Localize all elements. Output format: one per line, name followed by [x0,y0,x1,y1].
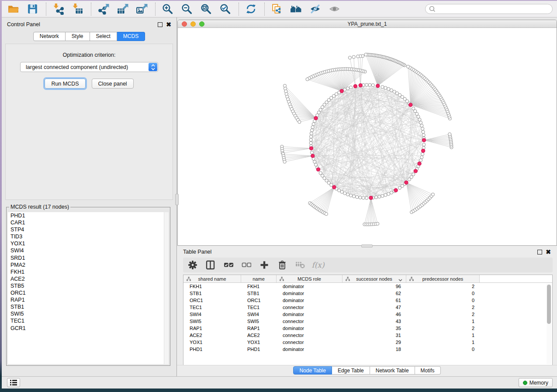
close-panel-button[interactable]: Close panel [92,79,134,89]
list-item[interactable]: PMA2 [8,261,169,268]
cell: connector [277,339,343,346]
close-table-panel-icon[interactable]: ✖ [546,250,551,254]
cell: FKH1 [241,283,277,290]
network-graph[interactable] [178,28,557,245]
delete-icon [277,260,287,270]
cell: STB1 [183,290,241,297]
tab-network[interactable]: Network [33,32,66,41]
import-network-icon [52,3,64,15]
table-row[interactable]: YOX1YOX1connector291 [183,339,552,346]
cell: 0 [406,346,480,353]
homes-button[interactable] [290,3,302,15]
table-row[interactable]: SWI5SWI5connector431 [183,318,552,325]
add-button[interactable] [259,260,270,270]
table-row[interactable]: STB1STB1dominator620 [183,290,552,297]
cell: YOX1 [241,339,277,346]
table-scrollbar-thumb[interactable] [547,285,551,324]
splitter-grip-horizontal[interactable] [361,244,373,248]
select-all-button[interactable] [223,260,234,270]
table-scrollbar[interactable] [547,284,551,364]
export-image-button[interactable] [136,3,148,15]
tab-style[interactable]: Style [66,32,90,41]
column-header-predecessor-nodes[interactable]: predecessor nodes [406,275,480,282]
table-row[interactable]: PHD1PHD1dominator180 [183,346,552,353]
list-item[interactable]: FKH1 [8,268,169,275]
toolbar-separator [91,3,91,16]
mcds-result-list[interactable]: PHD1CAR1STP4TID3YOX1SWI4SRD1PMA2FKH1ACE2… [8,212,169,364]
cell: 61 [343,297,406,304]
optimization-criterion-select[interactable]: largest connected component (undirected) [20,62,158,72]
tab-select[interactable]: Select [90,32,117,41]
list-item[interactable]: STP4 [8,226,169,233]
list-item[interactable]: PHD1 [8,212,169,219]
column-header-shared-name[interactable]: shared name [183,275,241,282]
memory-button[interactable]: Memory [519,378,553,387]
list-item[interactable]: CAR1 [8,219,169,226]
cell: connector [277,332,343,339]
table-toolbar: f(x) [183,258,553,272]
list-item[interactable]: TID3 [8,233,169,240]
tab-edge-table[interactable]: Edge Table [332,366,370,375]
export-table-button[interactable] [117,3,128,15]
list-item[interactable]: TEC1 [8,317,169,324]
tree-icon [409,277,414,281]
export-network-button[interactable] [97,3,109,15]
float-table-panel-icon[interactable] [537,250,542,254]
table-row[interactable]: RAP1RAP1dominator352 [183,325,552,332]
tab-motifs[interactable]: Motifs [415,366,441,375]
import-table-icon [72,3,83,15]
table-row[interactable]: ACE2ACE2connector311 [183,332,552,339]
import-network-button[interactable] [52,3,64,15]
splitter-grip-vertical[interactable] [175,194,179,205]
cell: 2 [406,283,480,290]
panel-selector-button[interactable] [7,378,20,387]
run-mcds-button[interactable]: Run MCDS [45,79,85,89]
copy-network-icon [271,3,283,15]
open-folder-button[interactable] [7,3,19,15]
network-window-titlebar[interactable]: YPA_prune.txt_1 [178,20,557,28]
cell: SWI4 [241,311,277,318]
result-list-scrollbar[interactable] [164,212,169,364]
table-row[interactable]: TEC1TEC1connector472 [183,304,552,311]
column-header-name[interactable]: name [241,275,277,282]
columns-icon [206,260,215,270]
list-item[interactable]: SWI4 [8,247,169,254]
list-item[interactable]: GCR1 [8,325,169,332]
search-input[interactable] [425,4,553,14]
float-panel-icon[interactable] [158,22,163,27]
list-item[interactable]: ACE2 [8,275,169,282]
list-item[interactable]: RAP1 [8,296,169,303]
network-canvas[interactable] [178,28,557,245]
tab-mcds[interactable]: MCDS [117,32,145,41]
deselect-all-button[interactable] [241,260,252,270]
table-row[interactable]: SWI4SWI4dominator462 [183,311,552,318]
cell: RAP1 [241,325,277,332]
tab-node-table[interactable]: Node Table [293,366,332,375]
column-header-MCDS-role[interactable]: MCDS role [277,275,343,282]
table-row[interactable]: ORC1ORC1dominator610 [183,297,552,304]
column-header-successor-nodes[interactable]: successor nodes [343,275,406,282]
copy-network-button[interactable] [271,3,283,15]
close-panel-icon[interactable]: ✖ [166,22,171,27]
refresh-button[interactable] [245,3,257,15]
table-row[interactable]: FKH1FKH1dominator962 [183,283,552,290]
save-button[interactable] [27,3,38,15]
zoom-in-button[interactable] [162,3,173,15]
table-panel: Table Panel ✖ f(x) shared name name MCDS… [177,246,557,376]
import-table-button[interactable] [72,3,83,15]
list-item[interactable]: SRD1 [8,254,169,261]
zoom-fit-button[interactable] [200,3,212,15]
delete-button[interactable] [277,260,287,270]
zoom-selected-button[interactable] [219,3,231,15]
list-item[interactable]: STB1 [8,303,169,310]
list-item[interactable]: YOX1 [8,240,169,247]
zoom-out-button[interactable] [181,3,193,15]
list-item[interactable]: STB5 [8,282,169,289]
columns-button[interactable] [205,260,216,270]
hide-details-button[interactable] [309,3,321,15]
settings-button[interactable] [187,260,198,270]
list-item[interactable]: SWI5 [8,310,169,317]
eye-button[interactable] [329,3,340,15]
list-item[interactable]: ORC1 [8,289,169,296]
tab-network-table[interactable]: Network Table [370,366,415,375]
